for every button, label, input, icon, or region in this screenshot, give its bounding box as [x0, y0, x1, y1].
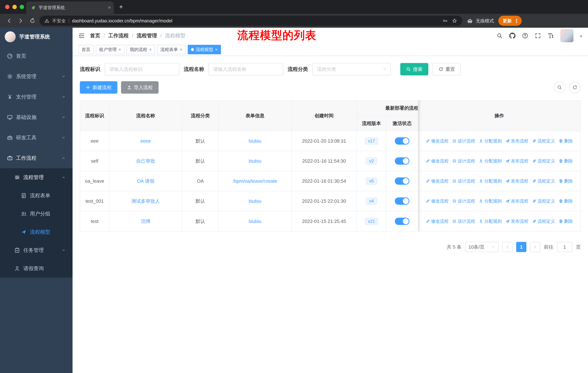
sidebar-item-devtools[interactable]: 研发工具 [0, 128, 73, 148]
page-size-select[interactable]: 10条/页 [465, 242, 499, 252]
op-process-definition-link[interactable]: 流程定义 [532, 138, 555, 144]
op-delete-link[interactable]: 删除 [559, 198, 573, 204]
version-badge[interactable]: v17 [365, 137, 378, 145]
sidebar-item-process-mgmt[interactable]: 流程管理 [0, 168, 73, 186]
op-publish-process-link[interactable]: 发布流程 [505, 198, 528, 204]
tag-tenant[interactable]: 租户管理 [96, 45, 124, 54]
sidebar-item-leave-query[interactable]: 请假查询 [0, 259, 73, 278]
github-icon[interactable] [509, 33, 515, 39]
tag-my-process[interactable]: 我的流程 [126, 45, 155, 54]
close-icon[interactable] [215, 47, 218, 52]
op-edit-process-link[interactable]: 修改流程 [426, 158, 449, 164]
new-tab-button[interactable] [116, 2, 126, 12]
version-badge[interactable]: v2 [366, 157, 377, 165]
password-key-icon[interactable] [442, 18, 448, 23]
font-size-icon[interactable] [547, 33, 554, 39]
update-browser-button[interactable]: 更新 [498, 16, 522, 26]
sidebar-item-task-mgmt[interactable]: 任务管理 [0, 241, 73, 259]
process-name-link[interactable]: 滔博 [141, 218, 150, 225]
browser-tab[interactable]: 芋道管理系统 [26, 1, 114, 14]
op-process-definition-link[interactable]: 流程定义 [532, 158, 555, 164]
active-toggle[interactable] [395, 177, 409, 185]
reset-button[interactable]: 重置 [433, 63, 461, 75]
close-window-button[interactable] [5, 5, 10, 9]
op-publish-process-link[interactable]: 发布流程 [505, 138, 528, 144]
close-icon[interactable] [149, 47, 152, 52]
active-toggle[interactable] [395, 197, 409, 205]
refresh-table-button[interactable] [569, 81, 581, 93]
create-process-button[interactable]: 新建流程 [80, 81, 117, 94]
reload-button[interactable] [28, 16, 37, 26]
bookmark-star-icon[interactable] [452, 18, 457, 23]
form-info-link[interactable]: biubiu [249, 158, 261, 164]
breadcrumb-home[interactable]: 首页 [90, 32, 100, 39]
filter-name-input[interactable] [209, 63, 283, 75]
op-delete-link[interactable]: 删除 [559, 178, 573, 184]
close-icon[interactable] [118, 47, 121, 52]
filter-key-input[interactable] [105, 63, 179, 75]
op-design-process-link[interactable]: 设计流程 [452, 218, 475, 224]
maximize-window-button[interactable] [20, 5, 24, 9]
op-delete-link[interactable]: 删除 [559, 158, 573, 164]
op-design-process-link[interactable]: 设计流程 [452, 178, 475, 184]
sidebar-item-system[interactable]: 系统管理 [0, 66, 73, 87]
op-publish-process-link[interactable]: 发布流程 [505, 158, 528, 164]
op-publish-process-link[interactable]: 发布流程 [505, 218, 528, 224]
op-process-definition-link[interactable]: 流程定义 [532, 198, 555, 204]
tag-home[interactable]: 首页 [78, 45, 94, 54]
search-icon[interactable] [496, 33, 503, 39]
tab-close-icon[interactable] [108, 5, 111, 10]
process-name-link[interactable]: 自己审批 [136, 158, 155, 164]
toggle-search-button[interactable] [554, 81, 565, 93]
process-name-link[interactable]: eeee [140, 138, 151, 144]
forward-button[interactable] [16, 16, 26, 26]
goto-page-input[interactable] [557, 242, 572, 252]
op-assign-rule-link[interactable]: 分配规则 [479, 198, 502, 204]
sidebar-item-workflow[interactable]: 工作流程 [0, 148, 73, 168]
avatar-caret-icon[interactable] [580, 32, 582, 39]
op-design-process-link[interactable]: 设计流程 [452, 138, 475, 144]
fullscreen-icon[interactable] [535, 33, 541, 39]
version-badge[interactable]: v21 [365, 218, 378, 225]
op-design-process-link[interactable]: 设计流程 [452, 158, 475, 164]
op-publish-process-link[interactable]: 发布流程 [505, 178, 528, 184]
op-process-definition-link[interactable]: 流程定义 [532, 218, 555, 224]
filter-category-select[interactable]: 流程分类 [312, 63, 391, 75]
op-assign-rule-link[interactable]: 分配规则 [479, 138, 502, 144]
process-name-link[interactable]: OA 请假 [137, 178, 154, 184]
sidebar-item-user-group[interactable]: 用户分组 [0, 205, 73, 223]
import-process-button[interactable]: 导入流程 [121, 81, 158, 94]
search-button[interactable]: 搜索 [400, 63, 428, 75]
form-info-link[interactable]: biubiu [249, 219, 261, 224]
op-assign-rule-link[interactable]: 分配规则 [479, 158, 502, 164]
sidebar-toggle-icon[interactable] [78, 32, 85, 39]
next-page-button[interactable] [530, 242, 540, 252]
op-edit-process-link[interactable]: 修改流程 [426, 198, 449, 204]
tag-process-model[interactable]: 流程模型 [188, 45, 221, 54]
browser-menu-icon[interactable] [514, 18, 519, 24]
prev-page-button[interactable] [502, 242, 513, 252]
version-badge[interactable]: v4 [366, 197, 377, 205]
op-edit-process-link[interactable]: 修改流程 [426, 218, 449, 224]
op-design-process-link[interactable]: 设计流程 [452, 198, 475, 204]
active-toggle[interactable] [395, 218, 409, 225]
breadcrumb-workflow[interactable]: 工作流程 [108, 32, 129, 39]
op-delete-link[interactable]: 删除 [559, 218, 573, 224]
back-button[interactable] [4, 16, 14, 26]
op-assign-rule-link[interactable]: 分配规则 [479, 218, 502, 224]
sidebar-item-process-model[interactable]: 流程模型 [0, 223, 73, 241]
sidebar-item-payment[interactable]: 支付管理 [0, 87, 73, 107]
op-delete-link[interactable]: 删除 [559, 138, 573, 144]
version-badge[interactable]: v5 [366, 177, 377, 185]
active-toggle[interactable] [395, 137, 409, 145]
breadcrumb-process-mgmt[interactable]: 流程管理 [137, 32, 157, 39]
sidebar-item-process-form[interactable]: 流程表单 [0, 186, 73, 205]
user-avatar[interactable] [560, 29, 573, 42]
minimize-window-button[interactable] [12, 5, 17, 9]
op-edit-process-link[interactable]: 修改流程 [426, 178, 449, 184]
op-edit-process-link[interactable]: 修改流程 [426, 138, 449, 144]
op-assign-rule-link[interactable]: 分配规则 [479, 178, 502, 184]
active-toggle[interactable] [395, 157, 409, 165]
help-icon[interactable] [522, 33, 528, 39]
process-name-link[interactable]: 测试多审批人 [131, 198, 160, 204]
